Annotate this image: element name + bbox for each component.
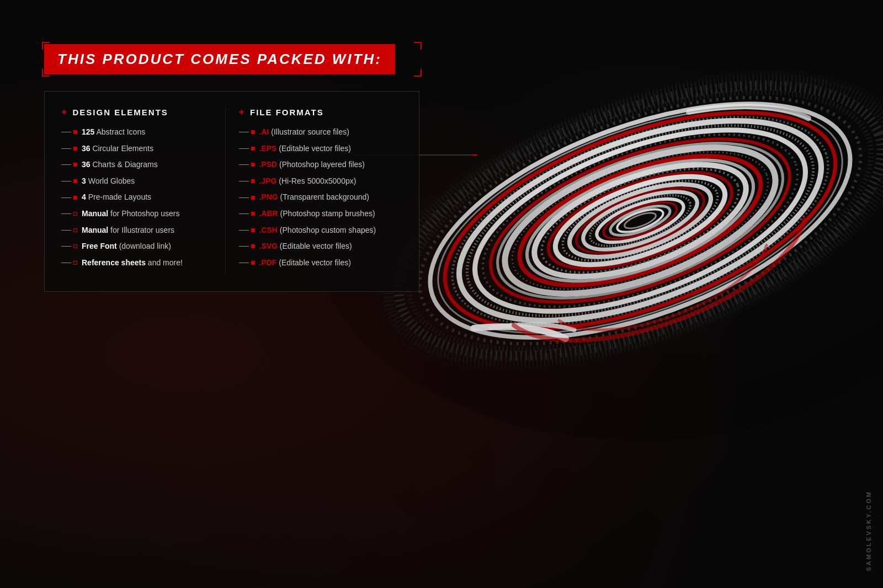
list-item: Reference sheets and more!	[61, 258, 214, 269]
file-formats-title: FILE FORMATS	[250, 108, 324, 117]
item-text: 36 Circular Elements	[82, 143, 153, 154]
bullet-line	[239, 181, 249, 181]
bullet-7	[61, 228, 77, 232]
ext-label: .ABR	[259, 209, 278, 218]
bullet-6	[61, 212, 77, 216]
list-item: 36 Charts & Diagrams	[61, 159, 214, 170]
bullet-square	[251, 261, 255, 265]
item-text: Manual for Illustrator users	[82, 225, 174, 236]
item-number: 36	[82, 160, 91, 169]
bullet-f6	[239, 212, 255, 216]
list-item: .JPG (Hi-Res 5000x5000px)	[239, 176, 392, 187]
bullet-square-outline	[73, 261, 77, 265]
bullet-square	[251, 179, 255, 183]
bullet-line	[61, 246, 71, 247]
bullet-square	[73, 179, 77, 183]
bullet-line	[61, 213, 71, 214]
item-text: 125 Abstract Icons	[82, 127, 145, 138]
bullet-f2	[239, 147, 255, 151]
bullet-square	[251, 130, 255, 134]
item-text: 4 Pre-made Layouts	[82, 192, 151, 203]
corner-tl-decoration	[42, 42, 50, 50]
file-formats-list: .AI (Illustrator source files) .EPS (Edi…	[239, 127, 392, 268]
bullet-line	[61, 132, 71, 132]
item-text: .EPS (Editable vector files)	[259, 143, 352, 154]
item-text: .CSH (Photoshop custom shapes)	[259, 225, 376, 236]
ext-label: .PNG	[259, 193, 278, 201]
column-divider	[225, 107, 226, 274]
item-text: .SVG (Editable vector files)	[259, 241, 352, 252]
design-elements-column: + DESIGN ELEMENTS 125 Abstract Icons	[61, 107, 225, 274]
bullet-f5	[239, 196, 255, 200]
item-bold-word: Manual	[82, 209, 108, 218]
bullet-f3	[239, 163, 255, 167]
bullet-square	[251, 196, 255, 200]
bullet-line	[61, 263, 71, 263]
list-item: .PNG (Transparent background)	[239, 192, 392, 203]
bullet-square-outline	[73, 228, 77, 232]
ext-label: .EPS	[259, 144, 277, 153]
list-item: .AI (Illustrator source files)	[239, 127, 392, 138]
bullet-square	[73, 130, 77, 134]
bullet-square	[73, 163, 77, 167]
list-item: 36 Circular Elements	[61, 143, 214, 154]
bullet-5	[61, 196, 77, 200]
bullet-line	[239, 213, 249, 214]
bullet-line	[61, 230, 71, 231]
bullet-f1	[239, 130, 255, 134]
bullet-square	[251, 147, 255, 151]
item-text: Manual for Photoshop users	[82, 209, 179, 220]
bullet-line	[239, 263, 249, 263]
bullet-line	[61, 148, 71, 149]
main-content: THIS PRODUCT COMES PACKED WITH: + DESIGN…	[44, 44, 419, 292]
list-item: Manual for Illustrator users	[61, 225, 214, 236]
item-number: 3	[82, 177, 86, 185]
ext-label: .CSH	[259, 226, 278, 234]
bullet-8	[61, 244, 77, 248]
ext-label: .JPG	[259, 177, 277, 185]
bullet-f7	[239, 228, 255, 232]
bullet-line	[239, 230, 249, 231]
corner-tr-decoration	[414, 42, 422, 50]
bullet-2	[61, 147, 77, 151]
bullet-4	[61, 179, 77, 183]
item-text: .AI (Illustrator source files)	[259, 127, 349, 138]
item-text: .PSD (Photoshop layered files)	[259, 159, 365, 170]
item-bold-word: Free Font	[82, 242, 117, 250]
list-item: Free Font (download link)	[61, 241, 214, 252]
list-item: 3 World Globes	[61, 176, 214, 187]
ext-label: .AI	[259, 127, 269, 136]
corner-br-decoration	[414, 69, 422, 77]
item-bold-word: Reference sheets	[82, 258, 146, 267]
ext-label: .SVG	[259, 242, 278, 250]
bullet-9	[61, 261, 77, 265]
corner-bl-decoration	[42, 69, 50, 77]
bullet-square-outline	[73, 212, 77, 216]
bullet-line	[239, 148, 249, 149]
bullet-f8	[239, 244, 255, 248]
ext-label: .PDF	[259, 258, 277, 267]
list-item: .CSH (Photoshop custom shapes)	[239, 225, 392, 236]
bullet-line	[239, 197, 249, 198]
item-text: .ABR (Photoshop stamp brushes)	[259, 209, 375, 220]
bullet-square	[73, 147, 77, 151]
list-item: .EPS (Editable vector files)	[239, 143, 392, 154]
watermark: SAMOLEVSKY.COM	[865, 490, 872, 571]
bullet-square	[251, 228, 255, 232]
item-text: .PDF (Editable vector files)	[259, 258, 352, 269]
bullet-line	[239, 132, 249, 132]
bullet-line	[61, 181, 71, 181]
page-title: THIS PRODUCT COMES PACKED WITH:	[57, 51, 382, 68]
bullet-line	[239, 246, 249, 247]
item-text: 36 Charts & Diagrams	[82, 159, 158, 170]
bullet-square	[73, 196, 77, 200]
file-formats-column: + FILE FORMATS .AI (Illustrator source f…	[239, 107, 403, 274]
bullet-line	[61, 164, 71, 165]
list-item: 125 Abstract Icons	[61, 127, 214, 138]
item-text: .JPG (Hi-Res 5000x5000px)	[259, 176, 357, 187]
bullet-square	[251, 212, 255, 216]
plus-icon-design: +	[61, 107, 67, 117]
list-item: Manual for Photoshop users	[61, 209, 214, 220]
list-item: .ABR (Photoshop stamp brushes)	[239, 209, 392, 220]
title-banner: THIS PRODUCT COMES PACKED WITH:	[44, 44, 419, 74]
